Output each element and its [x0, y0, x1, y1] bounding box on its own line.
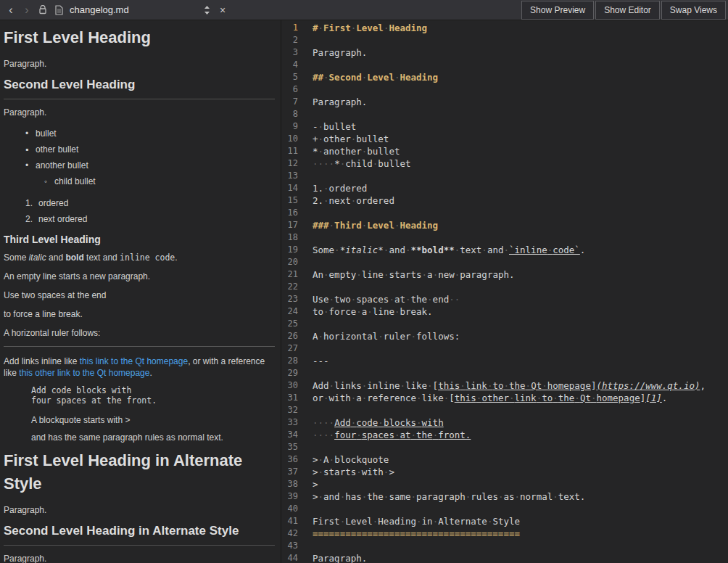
editor-line[interactable]: 38> — [281, 478, 728, 490]
show-editor-button[interactable]: Show Editor — [595, 1, 660, 20]
line-number: 16 — [281, 207, 305, 219]
line-number: 38 — [281, 478, 305, 490]
editor-line[interactable]: 10+·other·bullet — [281, 133, 728, 145]
code-token: Add·code·blocks·with — [334, 417, 444, 428]
editor-line[interactable]: 22 — [281, 281, 728, 293]
editor-line[interactable]: 37>·starts·with·> — [281, 466, 728, 478]
editor-line[interactable]: 44Paragraph. — [281, 552, 728, 563]
line-number: 35 — [281, 441, 305, 453]
editor-line[interactable]: 18 — [281, 231, 728, 244]
show-preview-button[interactable]: Show Preview — [521, 1, 594, 20]
editor-line-text — [305, 404, 313, 416]
line-number: 31 — [281, 392, 305, 404]
editor-line[interactable]: 25 — [281, 318, 728, 330]
preview-pane[interactable]: First Level HeadingParagraph.Second Leve… — [0, 20, 281, 563]
editor-line[interactable]: 31or·with·a·reference·like·[this·other·l… — [281, 392, 728, 404]
editor-line[interactable]: 9-·bullet — [281, 120, 728, 133]
line-number: 13 — [281, 170, 305, 182]
line-number: 14 — [281, 182, 305, 194]
editor-line[interactable]: 6 — [281, 83, 728, 96]
editor-line-text — [305, 318, 313, 330]
editor-line[interactable]: 17###·Third·Level·Heading — [281, 219, 728, 231]
editor-pane[interactable]: 1#·First·Level·Heading23Paragraph.45##·S… — [281, 20, 728, 563]
line-number: 34 — [281, 429, 305, 441]
editor-line-text: --- — [305, 355, 329, 367]
preview-heading-h1: First Level Heading in Alternate Style — [4, 449, 275, 496]
code-token: >·A·blockquote — [313, 454, 389, 465]
editor-line[interactable]: 40 — [281, 503, 728, 515]
back-icon[interactable]: ‹ — [3, 0, 19, 20]
list-item-text: another bullet — [36, 157, 88, 173]
code-token: --- — [313, 356, 329, 366]
line-number: 9 — [281, 120, 305, 133]
editor-line[interactable]: 24to·force·a·line·break. — [281, 305, 728, 318]
editor-line[interactable]: 5##·Second·Level·Heading — [281, 71, 728, 83]
editor-line[interactable]: 21An·empty·line·starts·a·new·paragraph. — [281, 268, 728, 281]
list-item-text: bullet — [36, 126, 57, 141]
line-number: 8 — [281, 108, 305, 120]
filename-dropdown[interactable]: changelog.md — [70, 4, 193, 15]
editor-line[interactable]: 152.·next·ordered — [281, 194, 728, 207]
editor-line[interactable]: 43 — [281, 540, 728, 552]
editor-line[interactable]: 23Use·two·spaces·at·the·end·· — [281, 293, 728, 305]
editor-line[interactable]: 4 — [281, 59, 728, 71]
editor-line[interactable]: 35 — [281, 441, 728, 453]
editor-line[interactable]: 30Add·links·inline·like·[this·link·to·th… — [281, 379, 728, 392]
editor-line[interactable]: 13 — [281, 170, 728, 182]
editor-line[interactable]: 28--- — [281, 355, 728, 367]
line-number: 4 — [281, 59, 305, 71]
editor-line[interactable]: 33····Add·code·blocks·with — [281, 416, 728, 429]
editor-line[interactable]: 12····*·child·bullet — [281, 157, 728, 170]
split-view-icon[interactable] — [199, 0, 215, 20]
line-number: 5 — [281, 71, 305, 83]
editor-line[interactable]: 8 — [281, 108, 728, 120]
editor-line-text: > — [305, 478, 318, 490]
editor-line[interactable]: 141.·ordered — [281, 182, 728, 194]
swap-views-button[interactable]: Swap Views — [661, 1, 726, 20]
list-item-text: child bullet — [54, 173, 96, 189]
preview-paragraph: Add links inline like this link to the Q… — [4, 356, 275, 379]
editor-line[interactable]: 39>·and·has·the·same·paragraph·rules·as·… — [281, 490, 728, 503]
editor-line[interactable]: 41First·Level·Heading·in·Alternate·Style — [281, 515, 728, 527]
editor-line[interactable]: 34····four·spaces·at·the·front. — [281, 429, 728, 441]
code-token: ···· — [313, 430, 334, 440]
editor-line-text: #·First·Level·Heading — [305, 22, 427, 34]
code-token: -·bullet — [313, 121, 356, 132]
close-document-icon[interactable]: × — [215, 0, 231, 20]
line-number: 3 — [281, 46, 305, 59]
line-number: 10 — [281, 133, 305, 145]
code-token: to·force·a·line·break. — [313, 306, 433, 317]
editor-line[interactable]: 3Paragraph. — [281, 46, 728, 59]
editor-line[interactable]: 27 — [281, 342, 728, 355]
editor-line[interactable]: 32 — [281, 404, 728, 416]
lock-icon[interactable] — [35, 0, 51, 20]
editor-line[interactable]: 2 — [281, 34, 728, 46]
line-number: 37 — [281, 466, 305, 478]
editor-line[interactable]: 42====================================== — [281, 527, 728, 540]
list-item-text: ordered — [38, 195, 68, 211]
editor-line[interactable]: 36>·A·blockquote — [281, 453, 728, 466]
editor-line-text: Paragraph. — [305, 552, 367, 563]
editor-line[interactable]: 20 — [281, 256, 728, 268]
preview-link[interactable]: this other link to the Qt homepage — [19, 368, 149, 378]
forward-icon[interactable]: › — [19, 0, 35, 20]
ordered-list: 1.ordered2.next ordered — [4, 195, 275, 227]
editor-line[interactable]: 29 — [281, 367, 728, 379]
editor-line[interactable]: 16 — [281, 207, 728, 219]
editor-line[interactable]: 11*·another·bullet — [281, 145, 728, 157]
list-item-text: other bullet — [36, 141, 78, 157]
editor-line[interactable]: 1#·First·Level·Heading — [281, 22, 728, 34]
editor-line[interactable]: 19Some·*italic*·and·**bold**·text·and·`i… — [281, 244, 728, 256]
editor-line-text: >·and·has·the·same·paragraph·rules·as·no… — [305, 490, 585, 503]
editor-line-text: >·A·blockquote — [305, 453, 389, 466]
editor-line-text: Paragraph. — [305, 46, 367, 59]
line-number: 41 — [281, 515, 305, 527]
editor-line[interactable]: 7Paragraph. — [281, 96, 728, 108]
bullet-list: •bullet▪other bullet•another bullet◦chil… — [4, 126, 275, 189]
editor-line[interactable]: 26A·horizontal·ruler·follows: — [281, 330, 728, 342]
preview-link[interactable]: this link to the Qt homepage — [80, 356, 188, 366]
bullet-marker: • — [25, 157, 36, 173]
list-item: 2.next ordered — [4, 211, 275, 227]
code-token: . — [580, 244, 586, 255]
editor-line-text: ###·Third·Level·Heading — [305, 219, 438, 231]
